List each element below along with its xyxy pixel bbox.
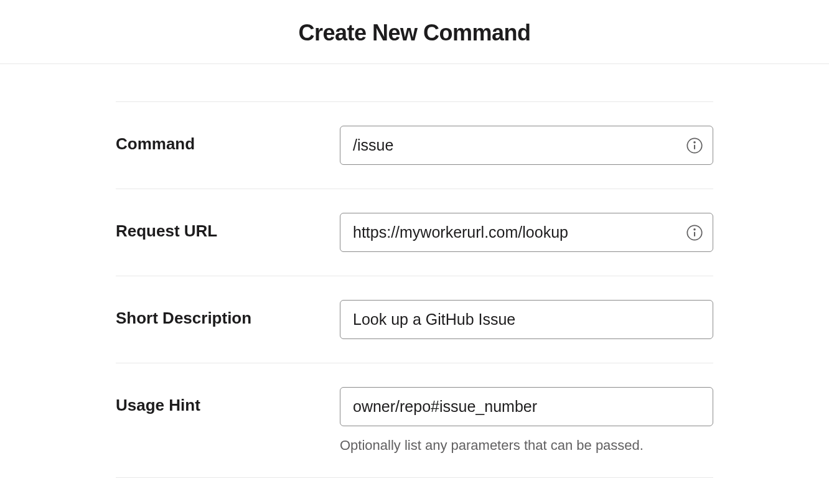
usage-hint-help-text: Optionally list any parameters that can … xyxy=(340,437,713,454)
form-row-short-description: Short Description xyxy=(116,276,713,363)
page-title: Create New Command xyxy=(0,20,829,46)
form-row-request-url: Request URL xyxy=(116,189,713,276)
request-url-input[interactable] xyxy=(340,213,713,252)
command-input[interactable] xyxy=(340,126,713,165)
short-description-input[interactable] xyxy=(340,300,713,339)
form-row-usage-hint: Usage Hint Optionally list any parameter… xyxy=(116,363,713,478)
short-description-input-wrapper xyxy=(340,300,713,339)
form-row-command: Command xyxy=(116,101,713,189)
short-description-label: Short Description xyxy=(116,300,340,328)
form-container: Command Request URL xyxy=(103,101,726,478)
request-url-label: Request URL xyxy=(116,213,340,241)
svg-point-1 xyxy=(694,141,695,142)
request-url-input-wrapper xyxy=(340,213,713,252)
info-icon[interactable] xyxy=(686,137,703,154)
usage-hint-input[interactable] xyxy=(340,387,713,426)
command-input-wrapper xyxy=(340,126,713,165)
svg-point-4 xyxy=(694,228,695,230)
usage-hint-input-wrapper: Optionally list any parameters that can … xyxy=(340,387,713,454)
usage-hint-label: Usage Hint xyxy=(116,387,340,415)
command-label: Command xyxy=(116,126,340,154)
info-icon[interactable] xyxy=(686,224,703,241)
page-header: Create New Command xyxy=(0,0,829,64)
